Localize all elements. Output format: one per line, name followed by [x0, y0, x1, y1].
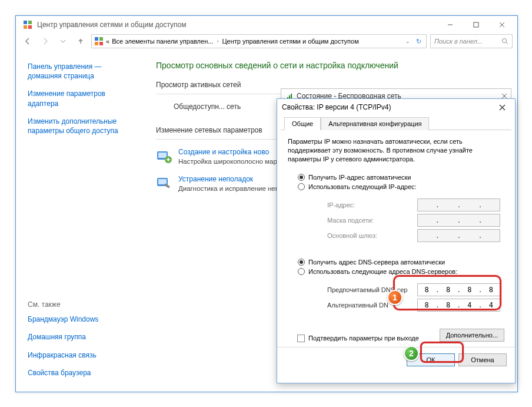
cancel-button[interactable]: Отмена	[458, 353, 507, 366]
input-preferred-dns[interactable]: 8. 8. 8. 8	[417, 283, 500, 296]
dialog-titlebar[interactable]: Свойства: IP версии 4 (TCP/IPv4)	[277, 99, 515, 115]
address-bar: « Все элементы панели управлен... › Цент…	[16, 34, 517, 51]
breadcrumb-prefix: «	[106, 38, 109, 45]
svg-rect-10	[95, 42, 98, 45]
radio-icon	[298, 268, 305, 275]
dialog-intro-text: Параметры IP можно назначать автоматичес…	[288, 137, 504, 164]
dialog-title: Свойства: IP версии 4 (TCP/IPv4)	[282, 103, 494, 111]
svg-rect-11	[99, 42, 103, 45]
sidebar-home-link[interactable]: Панель управления — домашняя страница	[28, 62, 135, 81]
nav-recent-button[interactable]	[56, 34, 70, 48]
titlebar: Центр управления сетями и общим доступом	[16, 16, 517, 34]
nav-forward-button[interactable]	[38, 34, 52, 48]
svg-line-13	[506, 42, 508, 44]
breadcrumb-seg2[interactable]: Центр управления сетями и общим доступом	[222, 38, 358, 45]
breadcrumb-dropdown[interactable]: ⌄	[404, 38, 411, 44]
breadcrumb-icon	[94, 37, 104, 46]
radio-icon	[298, 174, 305, 181]
app-icon	[23, 20, 32, 29]
radio-dns-auto-label: Получить адрес DNS-сервера автоматически	[308, 259, 445, 266]
svg-point-12	[503, 39, 507, 43]
svg-rect-2	[24, 25, 27, 29]
refresh-icon[interactable]: ↻	[414, 38, 424, 45]
svg-rect-8	[95, 37, 98, 41]
chevron-right-icon[interactable]: ›	[215, 38, 220, 44]
radio-ip-auto-label: Получить IP-адрес автоматически	[308, 174, 411, 181]
input-gateway: ...	[417, 229, 500, 242]
label-gateway: Основной шлюз:	[327, 232, 417, 239]
sidebar: Панель управления — домашняя страница Из…	[16, 51, 144, 392]
label-ip-address: IP-адрес:	[327, 201, 417, 209]
nav-back-button[interactable]	[21, 34, 35, 48]
annotation-badge-1: 1	[387, 290, 403, 305]
svg-rect-18	[158, 179, 167, 184]
checkbox-confirm-on-exit[interactable]	[297, 335, 305, 342]
radio-icon	[298, 183, 305, 190]
label-subnet-mask: Маска подсети:	[327, 217, 417, 224]
maximize-button[interactable]	[463, 16, 489, 33]
svg-rect-5	[474, 22, 478, 27]
sidebar-see-also-0[interactable]: Брандмауэр Windows	[28, 315, 135, 324]
sidebar-see-also-1[interactable]: Домашняя группа	[28, 332, 135, 342]
sidebar-link-sharing[interactable]: Изменить дополнительные параметры общего…	[28, 117, 135, 135]
input-alternate-dns[interactable]: 8. 8. 4. 4	[417, 299, 500, 312]
svg-rect-1	[28, 21, 32, 24]
radio-ip-auto[interactable]: Получить IP-адрес автоматически	[298, 174, 504, 181]
radio-icon	[298, 259, 305, 266]
advanced-button[interactable]: Дополнительно...	[440, 329, 504, 342]
new-connection-icon	[156, 148, 172, 164]
input-ip-address: ...	[417, 198, 500, 211]
minimize-button[interactable]	[437, 16, 463, 33]
search-placeholder: Поиск в панел...	[434, 38, 483, 45]
ip-group: Получить IP-адрес автоматически Использо…	[288, 170, 504, 254]
breadcrumb-seg1[interactable]: Все элементы панели управлен...	[112, 38, 213, 45]
window-title: Центр управления сетями и общим доступом	[37, 21, 437, 29]
svg-rect-9	[99, 37, 103, 41]
search-input[interactable]: Поиск в панел...	[430, 34, 513, 48]
radio-dns-manual[interactable]: Использовать следующие адреса DNS-сервер…	[298, 268, 504, 275]
dialog-tabs: Общие Альтернативная конфигурация	[281, 115, 511, 130]
sidebar-see-also-header: См. также	[28, 300, 135, 309]
sidebar-see-also-3[interactable]: Свойства браузера	[28, 368, 135, 378]
search-icon	[501, 38, 508, 45]
breadcrumb[interactable]: « Все элементы панели управлен... › Цент…	[91, 34, 427, 48]
troubleshoot-icon	[156, 175, 172, 191]
radio-dns-auto[interactable]: Получить адрес DNS-сервера автоматически	[298, 259, 504, 266]
radio-dns-manual-label: Использовать следующие адреса DNS-сервер…	[308, 268, 457, 275]
dialog-footer: ОК Отмена	[277, 347, 515, 372]
annotation-badge-2: 2	[404, 346, 419, 361]
label-preferred-dns: Предпочитаемый DNS-сер	[327, 286, 417, 293]
label-alternate-dns: Альтернативный DN	[327, 302, 417, 309]
dns-group: Получить адрес DNS-сервера автоматически…	[288, 254, 504, 324]
section-active-networks: Просмотр активных сетей	[156, 81, 506, 89]
page-title: Просмотр основных сведений о сети и наст…	[156, 61, 506, 70]
radio-ip-manual-label: Использовать следующий IP-адрес:	[308, 183, 417, 190]
tab-general[interactable]: Общие	[284, 117, 321, 130]
dialog-close-button[interactable]	[494, 100, 510, 114]
svg-rect-15	[158, 153, 167, 158]
input-subnet-mask: ...	[417, 214, 500, 227]
close-button[interactable]	[489, 16, 515, 33]
sidebar-see-also-2[interactable]: Инфракрасная связь	[28, 350, 135, 360]
tab-alternate[interactable]: Альтернативная конфигурация	[321, 117, 429, 130]
svg-rect-0	[24, 21, 27, 24]
ipv4-properties-dialog: Свойства: IP версии 4 (TCP/IPv4) Общие А…	[277, 98, 516, 383]
radio-ip-manual[interactable]: Использовать следующий IP-адрес:	[298, 183, 504, 190]
nav-up-button[interactable]	[74, 34, 88, 48]
sidebar-link-adapter[interactable]: Изменение параметров адаптера	[28, 89, 135, 108]
svg-rect-3	[28, 25, 32, 29]
checkbox-confirm-label: Подтвердить параметры при выходе	[308, 335, 419, 342]
